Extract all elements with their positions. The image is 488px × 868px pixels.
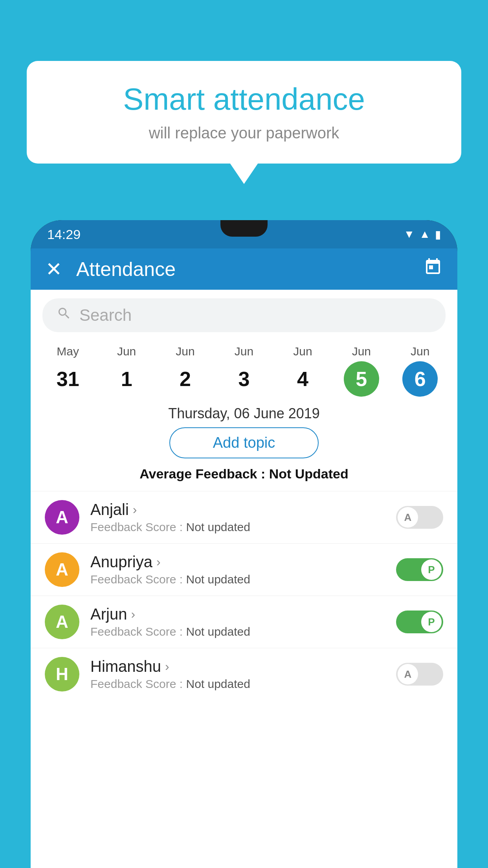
avg-feedback-value: Not Updated [269, 466, 349, 481]
avatar: H [45, 657, 79, 691]
cal-month-label: Jun [293, 345, 312, 358]
cal-month-label: Jun [352, 345, 371, 358]
calendar-day[interactable]: Jun1 [103, 345, 150, 397]
status-icons: ▼ ▲ ▮ [404, 228, 441, 241]
student-item[interactable]: AAnjali ›Feedback Score : Not updatedA [31, 491, 457, 543]
calendar-day[interactable]: May31 [44, 345, 92, 397]
toggle-knob: A [398, 507, 418, 528]
cal-date-number: 4 [285, 361, 320, 397]
cal-month-label: Jun [176, 345, 194, 358]
student-list: AAnjali ›Feedback Score : Not updatedAAA… [31, 491, 457, 700]
student-info: Anupriya ›Feedback Score : Not updated [90, 553, 396, 586]
speech-bubble: Smart attendance will replace your paper… [27, 61, 461, 164]
attendance-toggle[interactable]: P [396, 558, 443, 581]
student-name: Arjun › [90, 605, 396, 623]
student-name: Himanshu › [90, 658, 396, 675]
feedback-score: Feedback Score : Not updated [90, 520, 396, 534]
add-topic-button[interactable]: Add topic [169, 427, 319, 458]
app-bar: ✕ Attendance [31, 248, 457, 290]
chevron-icon: › [156, 555, 161, 569]
feedback-score: Feedback Score : Not updated [90, 625, 396, 638]
avatar: A [45, 500, 79, 535]
chevron-icon: › [131, 607, 135, 622]
feedback-score: Feedback Score : Not updated [90, 573, 396, 586]
cal-date-number: 31 [50, 361, 86, 397]
avatar: A [45, 605, 79, 639]
cal-month-label: Jun [411, 345, 429, 358]
toggle-knob: A [398, 664, 418, 684]
student-item[interactable]: AAnupriya ›Feedback Score : Not updatedP [31, 543, 457, 596]
student-info: Himanshu ›Feedback Score : Not updated [90, 658, 396, 691]
calendar-day[interactable]: Jun5 [338, 345, 385, 397]
attendance-toggle[interactable]: A [396, 663, 443, 686]
cal-month-label: Jun [235, 345, 253, 358]
student-info: Arjun ›Feedback Score : Not updated [90, 605, 396, 638]
toggle-knob: P [421, 612, 442, 632]
search-bar[interactable]: Search [42, 298, 446, 332]
student-name: Anjali › [90, 501, 396, 519]
bubble-subtitle: will replace your paperwork [50, 124, 438, 142]
notch [220, 220, 268, 237]
cal-date-number: 1 [109, 361, 144, 397]
avg-feedback: Average Feedback : Not Updated [31, 466, 457, 482]
calendar-day[interactable]: Jun3 [220, 345, 268, 397]
status-time: 14:29 [47, 227, 81, 242]
phone-frame: 14:29 ▼ ▲ ▮ ✕ Attendance Search [31, 220, 457, 868]
screen-content: Search May31Jun1Jun2Jun3Jun4Jun5Jun6 Thu… [31, 290, 457, 868]
close-button[interactable]: ✕ [46, 258, 62, 281]
search-placeholder: Search [79, 306, 132, 325]
app-title: Attendance [76, 258, 424, 281]
cal-date-number: 5 [344, 361, 379, 397]
avg-feedback-label: Average Feedback : [139, 466, 265, 481]
cal-date-number: 2 [168, 361, 203, 397]
calendar-day[interactable]: Jun6 [396, 345, 444, 397]
calendar-strip: May31Jun1Jun2Jun3Jun4Jun5Jun6 [31, 341, 457, 398]
student-name: Anupriya › [90, 553, 396, 571]
calendar-day[interactable]: Jun4 [279, 345, 326, 397]
calendar-button[interactable] [424, 257, 442, 281]
cal-date-number: 3 [226, 361, 262, 397]
wifi-icon: ▼ [404, 228, 415, 241]
signal-icon: ▲ [419, 228, 430, 241]
bubble-title: Smart attendance [50, 83, 438, 116]
student-item[interactable]: AArjun ›Feedback Score : Not updatedP [31, 596, 457, 648]
student-info: Anjali ›Feedback Score : Not updated [90, 501, 396, 534]
attendance-toggle[interactable]: A [396, 506, 443, 529]
attendance-toggle[interactable]: P [396, 611, 443, 633]
status-bar: 14:29 ▼ ▲ ▮ [31, 220, 457, 248]
chevron-icon: › [165, 659, 169, 674]
toggle-knob: P [421, 559, 442, 580]
cal-month-label: May [57, 345, 79, 358]
search-icon [57, 306, 72, 325]
cal-month-label: Jun [117, 345, 136, 358]
calendar-day[interactable]: Jun2 [162, 345, 209, 397]
avatar: A [45, 552, 79, 587]
cal-date-number: 6 [402, 361, 438, 397]
student-item[interactable]: HHimanshu ›Feedback Score : Not updatedA [31, 648, 457, 700]
chevron-icon: › [133, 502, 137, 517]
battery-icon: ▮ [435, 228, 441, 241]
feedback-score: Feedback Score : Not updated [90, 677, 396, 691]
selected-date: Thursday, 06 June 2019 [31, 405, 457, 422]
